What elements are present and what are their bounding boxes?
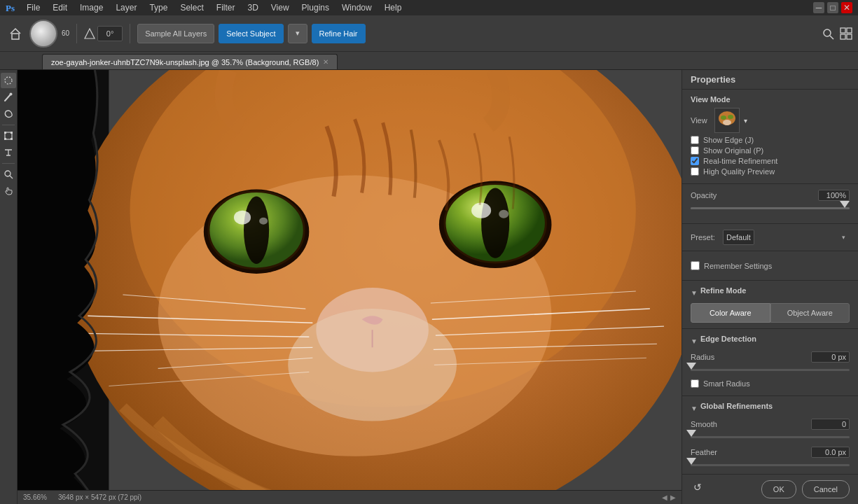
- nav-next[interactable]: ▶: [670, 493, 676, 501]
- opacity-thumb[interactable]: [840, 201, 850, 208]
- right-panel: Properties View Mode View ▾: [681, 70, 858, 504]
- minimize-btn[interactable]: ─: [813, 2, 824, 13]
- preset-dropdown-arrow: ▾: [842, 234, 845, 241]
- reset-btn[interactable]: ↺: [691, 480, 705, 494]
- document-tab[interactable]: zoe-gayah-jonker-uhnbTZC7N9k-unsplash.jp…: [42, 54, 338, 69]
- view-thumbnail-dropdown[interactable]: ▾: [744, 117, 747, 125]
- selection-tool[interactable]: [1, 73, 16, 88]
- menu-type[interactable]: Type: [144, 1, 173, 14]
- object-aware-btn[interactable]: Object Aware: [770, 303, 850, 323]
- tab-close-btn[interactable]: ✕: [323, 58, 328, 66]
- view-row: View ▾: [691, 108, 850, 133]
- home-icon[interactable]: [6, 24, 25, 43]
- menu-file[interactable]: File: [21, 1, 46, 14]
- show-original-label: Show Original (P): [703, 146, 763, 155]
- cancel-button[interactable]: Cancel: [802, 480, 850, 498]
- refine-mode-label: Refine Mode: [700, 286, 746, 295]
- feather-row: Feather 0.0 px: [691, 447, 850, 458]
- remember-settings-label: Remember Settings: [704, 262, 772, 270]
- remember-section: Remember Settings: [682, 251, 858, 281]
- toolbar: 60 0° Sample All Layers Select Subject ▾…: [0, 15, 858, 52]
- smart-radius-checkbox[interactable]: [691, 379, 699, 388]
- maximize-btn[interactable]: □: [827, 2, 838, 13]
- svg-rect-16: [11, 138, 13, 140]
- brush-size-label: 60: [62, 29, 69, 37]
- left-tools-panel: [0, 70, 18, 504]
- edge-detection-section: ▼ Edge Detection Radius 0 px Smart Radiu…: [682, 329, 858, 396]
- brush-preview[interactable]: [29, 20, 57, 48]
- menu-select[interactable]: Select: [174, 1, 209, 14]
- color-aware-btn[interactable]: Color Aware: [691, 303, 770, 323]
- sample-all-layers-btn[interactable]: Sample All Layers: [137, 24, 214, 43]
- opacity-track: [691, 207, 850, 209]
- angle-input[interactable]: 0°: [97, 26, 123, 41]
- svg-point-33: [481, 188, 509, 258]
- svg-marker-3: [85, 29, 95, 38]
- refine-mode-arrow: ▼: [691, 289, 698, 297]
- select-subject-btn[interactable]: Select Subject: [219, 24, 283, 43]
- smooth-thumb[interactable]: [686, 430, 696, 437]
- status-bar: 35.66% 3648 px × 5472 px (72 ppi) ◀ ▶: [18, 490, 681, 504]
- high-quality-row: High Quality Preview: [691, 167, 850, 176]
- svg-point-35: [499, 210, 508, 218]
- svg-text:Ps: Ps: [6, 3, 15, 13]
- menu-help[interactable]: Help: [379, 1, 408, 14]
- menu-view[interactable]: View: [265, 1, 295, 14]
- ok-button[interactable]: OK: [761, 480, 796, 498]
- svg-rect-7: [847, 28, 852, 33]
- opacity-slider[interactable]: [691, 204, 850, 212]
- tab-bar: zoe-gayah-jonker-uhnbTZC7N9k-unsplash.jp…: [0, 52, 858, 70]
- menu-3d[interactable]: 3D: [242, 1, 263, 14]
- feather-track: [691, 464, 850, 466]
- svg-line-18: [10, 176, 13, 178]
- zoom-tool[interactable]: [1, 167, 16, 182]
- feather-thumb[interactable]: [686, 458, 696, 465]
- show-original-checkbox[interactable]: [691, 146, 699, 155]
- global-refinements-header[interactable]: ▼ Global Refinements: [691, 402, 850, 414]
- smooth-slider[interactable]: [691, 433, 850, 441]
- real-time-checkbox[interactable]: [691, 157, 699, 165]
- radius-thumb[interactable]: [686, 363, 696, 370]
- pen-tool[interactable]: [1, 106, 16, 122]
- svg-point-17: [5, 171, 11, 176]
- remember-settings-checkbox[interactable]: [691, 261, 700, 270]
- edge-detection-header[interactable]: ▼ Edge Detection: [691, 335, 850, 347]
- brush-tool[interactable]: [1, 90, 16, 105]
- menu-filter[interactable]: Filter: [211, 1, 241, 14]
- refine-hair-btn[interactable]: Refine Hair: [312, 24, 366, 43]
- feather-slider[interactable]: [691, 461, 850, 469]
- refine-mode-header[interactable]: ▼ Refine Mode: [691, 286, 850, 299]
- menu-window[interactable]: Window: [336, 1, 378, 14]
- close-btn[interactable]: ✕: [841, 2, 852, 13]
- menu-image[interactable]: Image: [74, 1, 109, 14]
- arrange-icon[interactable]: [840, 27, 852, 40]
- preset-select[interactable]: Default Hair Object: [723, 230, 754, 245]
- feather-label: Feather: [691, 448, 717, 456]
- angle-control: 0°: [84, 26, 123, 41]
- show-edge-row: Show Edge (J): [691, 136, 850, 144]
- svg-point-10: [5, 77, 12, 84]
- menu-edit[interactable]: Edit: [47, 1, 73, 14]
- tool-sep-1: [2, 125, 15, 125]
- view-thumbnail[interactable]: [714, 108, 740, 133]
- tool-sep-2: [2, 163, 15, 164]
- select-subject-dropdown[interactable]: ▾: [288, 24, 307, 43]
- svg-point-38: [288, 309, 457, 421]
- smooth-label: Smooth: [691, 420, 717, 428]
- hand-tool[interactable]: [1, 183, 16, 199]
- menu-plugins[interactable]: Plugins: [296, 1, 335, 14]
- radius-slider[interactable]: [691, 365, 850, 374]
- high-quality-checkbox[interactable]: [691, 167, 699, 176]
- nav-prev[interactable]: ◀: [662, 493, 667, 501]
- search-icon[interactable]: [822, 27, 834, 40]
- smooth-value: 0: [811, 419, 850, 430]
- app-logo: Ps: [3, 1, 17, 15]
- type-tool[interactable]: [1, 145, 16, 160]
- svg-point-52: [721, 115, 726, 120]
- canvas-area[interactable]: 35.66% 3648 px × 5472 px (72 ppi) ◀ ▶: [18, 70, 681, 504]
- show-edge-checkbox[interactable]: [691, 136, 699, 144]
- zoom-level: 35.66%: [23, 493, 47, 501]
- transform-tool[interactable]: [1, 128, 16, 144]
- svg-rect-8: [840, 34, 845, 39]
- menu-layer[interactable]: Layer: [110, 1, 142, 14]
